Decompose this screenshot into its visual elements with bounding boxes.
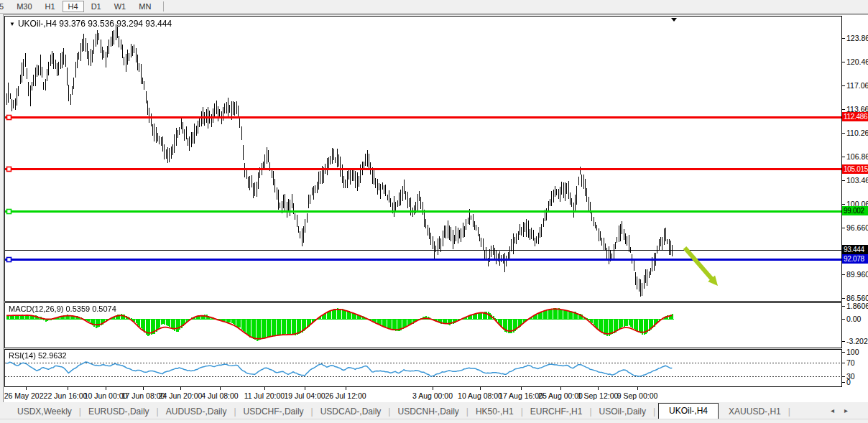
price-axis-tick: [841, 228, 845, 228]
time-axis-tick: [143, 387, 144, 390]
tab-scroll-right-button[interactable]: ▸: [844, 406, 858, 414]
time-axis-label: 26 May 2022: [4, 391, 48, 400]
time-axis-tick: [220, 387, 221, 390]
time-axis-tick: [480, 387, 481, 390]
time-axis-tick: [305, 387, 305, 390]
time-axis-label: 25 Aug 00:00: [538, 391, 583, 400]
price-axis-tick: [841, 204, 845, 205]
time-axis-label: 2 Jun 16:00: [48, 391, 88, 400]
tab-hk50-h1[interactable]: HK50-,H1: [468, 404, 521, 419]
price-axis-tick: [841, 274, 845, 275]
time-axis-label: 1 Sep 12:00: [578, 391, 619, 400]
time-axis-label: 10 Aug 08:00: [458, 391, 502, 400]
timeframe-mn-button[interactable]: MN: [133, 1, 157, 12]
time-axis-tick: [180, 387, 181, 390]
rsi-canvas[interactable]: [5, 350, 841, 386]
time-axis-tick: [433, 387, 433, 390]
time-axis-label: 19 Jul 04:00: [284, 391, 325, 400]
status-strip: [0, 419, 868, 423]
macd-axis-label: 0.00: [846, 315, 861, 323]
tab-eurchf-h1[interactable]: EURCHF-,H1: [523, 404, 590, 419]
rsi-axis-tick: [841, 363, 845, 363]
collapse-triangle-icon[interactable]: ▼: [9, 21, 15, 27]
time-axis-tick: [68, 387, 68, 390]
price-axis-label: 89.960: [846, 270, 868, 279]
rsi-axis-label: 0: [846, 378, 851, 386]
tab-eurusd-daily[interactable]: EURUSD-,Daily: [81, 404, 157, 419]
macd-axis-tick: [841, 341, 845, 342]
price-axis-tick: [841, 133, 845, 134]
timeframe-d1-button[interactable]: D1: [86, 1, 107, 12]
price-axis-label: 110.260: [846, 129, 868, 137]
time-axis-tick: [26, 387, 27, 390]
price-axis-tick: [841, 109, 845, 110]
chart-title-text: UKOil-,H4 93.376 93.536 93.294 93.444: [18, 19, 172, 29]
price-axis-label: 117.060: [846, 81, 868, 90]
tab-audusd-daily[interactable]: AUDUSD-,Daily: [159, 404, 234, 419]
price-axis-label: 123.860: [846, 34, 868, 42]
time-axis-tick: [346, 387, 346, 390]
rsi-axis-tick: [841, 376, 845, 377]
tab-separator: |: [788, 406, 790, 419]
time-axis-tick: [106, 387, 106, 390]
tab-xauusd-h1[interactable]: XAUUSD-,H1: [721, 404, 788, 419]
price-chart-panel[interactable]: [4, 16, 842, 302]
price-axis-label: 96.660: [846, 223, 868, 232]
time-axis-tick: [264, 387, 265, 390]
macd-axis-tick: [841, 319, 845, 320]
timeframe-h4-button[interactable]: H4: [63, 1, 84, 12]
tab-ukoil-h4[interactable]: UKOil-,H4: [658, 403, 719, 419]
price-axis-tick: [841, 38, 845, 39]
rsi-axis-tick: [841, 352, 845, 353]
rsi-panel[interactable]: [4, 349, 842, 387]
tab-scroll-left-button[interactable]: ◂: [831, 406, 844, 414]
price-tag-93-444: 93.444: [842, 245, 868, 254]
tab-usdchf-daily[interactable]: USDCHF-,Daily: [236, 404, 311, 419]
macd-axis-label: 1.8606: [846, 302, 868, 310]
price-axis-tick: [841, 180, 845, 181]
tab-separator: |: [653, 406, 655, 419]
time-axis-tick: [560, 387, 561, 390]
price-tag-105-015: 105.015: [842, 164, 868, 174]
rsi-axis-tick: [841, 382, 845, 383]
time-axis-label: 9 Sep 00:00: [617, 391, 658, 400]
time-axis-tick: [521, 387, 522, 390]
tab-usdcad-daily[interactable]: USDCAD-,Daily: [313, 404, 389, 419]
price-tag-112-486: 112.486: [842, 112, 868, 121]
time-axis-label: 11 Jul 20:00: [244, 391, 285, 400]
time-axis-tick: [637, 387, 638, 390]
tab-usoil-daily[interactable]: USOil-,Daily: [592, 404, 653, 419]
chart-tab-bar: USDX,Weekly|EURUSD-,Daily|AUDUSD-,Daily|…: [0, 402, 868, 419]
toolbar-separator: [163, 1, 164, 11]
price-axis-tick: [841, 157, 845, 157]
timeframe-5-button[interactable]: 5: [0, 1, 9, 12]
price-tag-92-078: 92.078: [842, 254, 868, 264]
price-axis-label: 103.460: [846, 176, 868, 185]
price-axis-label: 106.860: [846, 152, 868, 161]
rsi-axis-label: 70: [846, 358, 855, 367]
time-axis-label: 4 Jul 08:00: [201, 391, 238, 400]
rsi-axis-label: 100: [846, 348, 859, 356]
macd-panel[interactable]: [4, 302, 842, 348]
macd-axis-label: -3.2023: [846, 337, 868, 345]
price-chart-canvas[interactable]: [5, 17, 841, 301]
timeframe-h1-button[interactable]: H1: [40, 1, 61, 12]
tab-usdx-weekly[interactable]: USDX,Weekly: [10, 404, 79, 419]
timeframe-m30-button[interactable]: M30: [11, 1, 37, 12]
time-axis-label: 26 Jul 12:00: [325, 391, 366, 400]
time-axis-label: 17 Aug 16:00: [499, 391, 543, 400]
time-axis-tick: [598, 387, 599, 390]
price-axis-tick: [841, 298, 845, 299]
tab-usdcnh-daily[interactable]: USDCNH-,Daily: [390, 404, 466, 419]
rsi-label: RSI(14) 52.9632: [9, 351, 67, 360]
chart-title: ▼UKOil-,H4 93.376 93.536 93.294 93.444: [9, 19, 172, 29]
price-axis-label: 120.460: [846, 57, 868, 66]
macd-axis-tick: [841, 306, 845, 307]
price-tag-99-002: 99.002: [842, 206, 868, 215]
price-axis-tick: [841, 62, 845, 62]
tab-scroll-arrows: ◂▸: [831, 406, 858, 414]
macd-canvas[interactable]: [5, 303, 841, 348]
time-axis-label: 24 Jun 20:00: [159, 391, 203, 400]
timeframe-toolbar: 5M30H1H4D1W1MN: [0, 0, 868, 14]
timeframe-w1-button[interactable]: W1: [108, 1, 132, 12]
